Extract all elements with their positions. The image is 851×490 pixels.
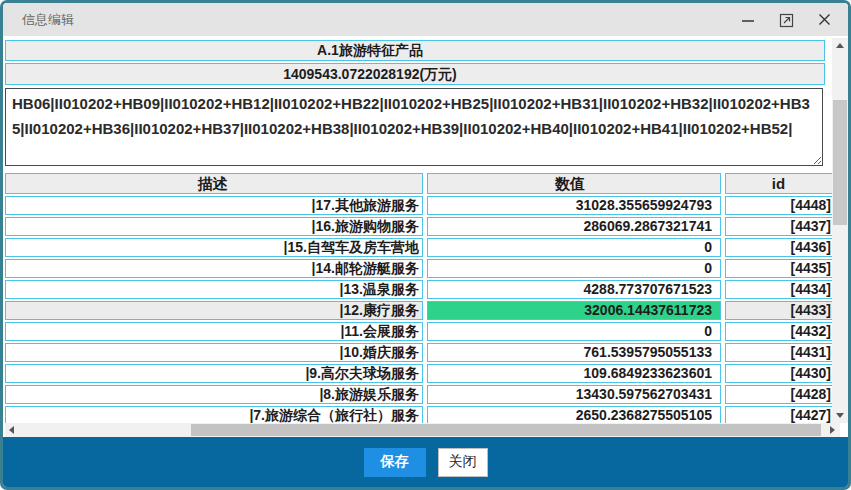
dialog-body: A.1旅游特征产品 1409543.0722028192(万元) HB06|II…: [3, 36, 848, 437]
window-close-button[interactable]: [817, 12, 832, 28]
vertical-scrollbar-thumb[interactable]: [833, 100, 847, 225]
id-cell: [4431]: [725, 343, 840, 362]
value-cell[interactable]: 13430.597562703431: [427, 385, 721, 404]
desc-cell: |17.其他旅游服务: [5, 196, 423, 215]
table-row[interactable]: |9.高尔夫球场服务 109.6849233623601 [4430]: [5, 364, 842, 383]
desc-cell: |14.邮轮游艇服务: [5, 259, 423, 278]
column-header-id[interactable]: id: [725, 173, 840, 194]
window-controls: [740, 12, 832, 28]
table-row-selected[interactable]: |12.康疗服务 32006.14437611723 [4433]: [5, 301, 842, 320]
table-row[interactable]: |8.旅游娱乐服务 13430.597562703431 [4428]: [5, 385, 842, 404]
value-cell[interactable]: 31028.355659924793: [427, 196, 721, 215]
id-cell: [4448]: [725, 196, 840, 215]
id-cell: [4434]: [725, 280, 840, 299]
total-value-bar: 1409543.0722028192(万元): [5, 63, 825, 85]
edit-dialog-window: 信息编辑 A.1旅: [0, 0, 851, 490]
table-row[interactable]: |16.旅游购物服务 286069.2867321741 [4437]: [5, 217, 842, 236]
desc-cell: |12.康疗服务: [5, 301, 423, 320]
value-cell[interactable]: 4288.773707671523: [427, 280, 721, 299]
value-cell-highlighted[interactable]: 32006.14437611723: [427, 301, 721, 320]
scroll-right-icon[interactable]: [830, 426, 835, 434]
window-title: 信息编辑: [22, 11, 74, 29]
value-cell[interactable]: 109.6849233623601: [427, 364, 721, 383]
value-cell[interactable]: 0: [427, 259, 721, 278]
table-row[interactable]: |13.温泉服务 4288.773707671523 [4434]: [5, 280, 842, 299]
horizontal-scrollbar[interactable]: [5, 423, 840, 437]
maximize-button[interactable]: [778, 12, 795, 28]
save-button[interactable]: 保存: [364, 448, 426, 477]
close-icon: [817, 12, 832, 27]
vertical-scrollbar[interactable]: [832, 38, 848, 423]
desc-cell: |11.会展服务: [5, 322, 423, 341]
id-cell: [4433]: [725, 301, 840, 320]
desc-cell: |8.旅游娱乐服务: [5, 385, 423, 404]
value-cell[interactable]: 286069.2867321741: [427, 217, 721, 236]
minimize-button[interactable]: [740, 12, 756, 28]
table-row[interactable]: |17.其他旅游服务 31028.355659924793 [4448]: [5, 196, 842, 215]
formula-textarea[interactable]: HB06|II010202+HB09|II010202+HB12|II01020…: [5, 88, 823, 166]
id-cell: [4437]: [725, 217, 840, 236]
table-row[interactable]: |10.婚庆服务 761.5395795055133 [4431]: [5, 343, 842, 362]
desc-cell: |9.高尔夫球场服务: [5, 364, 423, 383]
data-table: 描述 数值 id |17.其他旅游服务 31028.355659924793 […: [5, 173, 842, 425]
maximize-icon: [778, 12, 795, 29]
section-title-bar: A.1旅游特征产品: [5, 40, 825, 61]
table-row[interactable]: |11.会展服务 0 [4432]: [5, 322, 842, 341]
desc-cell: |16.旅游购物服务: [5, 217, 423, 236]
table-row[interactable]: |14.邮轮游艇服务 0 [4435]: [5, 259, 842, 278]
horizontal-scrollbar-thumb[interactable]: [191, 424, 821, 436]
desc-cell: |13.温泉服务: [5, 280, 423, 299]
table-header-row: 描述 数值 id: [5, 173, 842, 194]
id-cell: [4435]: [725, 259, 840, 278]
desc-cell: |15.自驾车及房车营地: [5, 238, 423, 257]
scroll-left-icon[interactable]: [9, 426, 14, 434]
minimize-icon: [740, 12, 756, 28]
value-cell[interactable]: 761.5395795055133: [427, 343, 721, 362]
column-header-value[interactable]: 数值: [427, 173, 721, 194]
table-row[interactable]: |15.自驾车及房车营地 0 [4436]: [5, 238, 842, 257]
value-cell[interactable]: 0: [427, 238, 721, 257]
id-cell: [4428]: [725, 385, 840, 404]
scroll-up-icon[interactable]: [836, 43, 844, 48]
dialog-footer: 保存 关闭: [3, 437, 848, 487]
titlebar[interactable]: 信息编辑: [3, 3, 848, 36]
id-cell: [4436]: [725, 238, 840, 257]
dialog-close-button[interactable]: 关闭: [438, 448, 488, 477]
scroll-down-icon[interactable]: [836, 413, 844, 418]
desc-cell: |10.婚庆服务: [5, 343, 423, 362]
value-cell[interactable]: 0: [427, 322, 721, 341]
id-cell: [4432]: [725, 322, 840, 341]
id-cell: [4430]: [725, 364, 840, 383]
column-header-desc[interactable]: 描述: [5, 173, 423, 194]
